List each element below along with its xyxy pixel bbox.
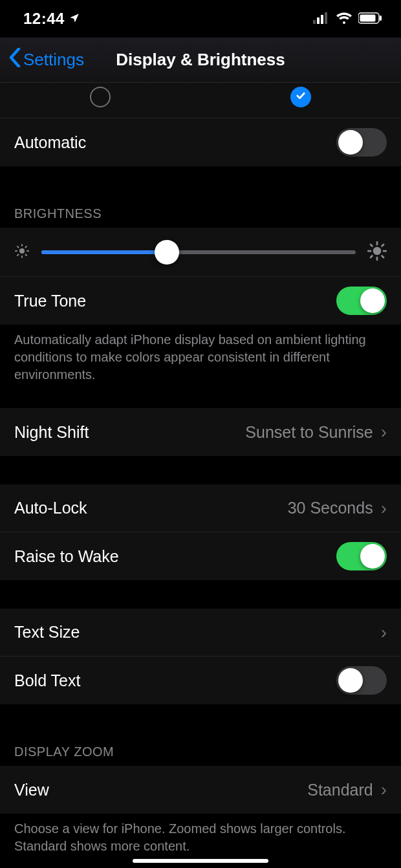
svg-point-7 <box>19 248 25 254</box>
night-shift-value: Sunset to Sunrise <box>245 423 373 442</box>
wifi-icon <box>336 10 352 28</box>
back-button[interactable]: Settings <box>0 48 84 72</box>
brightness-slider-row <box>0 228 401 277</box>
nav-header: Settings Display & Brightness <box>0 38 401 83</box>
raise-to-wake-label: Raise to Wake <box>14 547 119 566</box>
display-zoom-header: DISPLAY ZOOM <box>0 733 401 766</box>
chevron-right-icon: › <box>381 498 387 519</box>
brightness-low-icon <box>14 243 30 261</box>
location-icon <box>69 10 80 28</box>
text-size-label: Text Size <box>14 623 80 642</box>
brightness-header: BRIGHTNESS <box>0 195 401 228</box>
appearance-radio-row <box>0 83 401 118</box>
true-tone-row: True Tone <box>0 277 401 325</box>
bold-text-row: Bold Text <box>0 656 401 704</box>
display-zoom-view-row[interactable]: View Standard › <box>0 766 401 814</box>
bold-text-label: Bold Text <box>14 671 80 690</box>
raise-to-wake-row: Raise to Wake <box>0 532 401 580</box>
auto-lock-value: 30 Seconds <box>288 499 373 517</box>
svg-rect-3 <box>325 12 327 24</box>
automatic-row: Automatic <box>0 118 401 166</box>
chevron-right-icon: › <box>381 422 387 442</box>
bold-text-toggle[interactable] <box>336 666 387 695</box>
svg-rect-0 <box>313 20 316 24</box>
auto-lock-label: Auto-Lock <box>14 499 87 517</box>
brightness-high-icon <box>367 241 387 263</box>
brightness-slider[interactable] <box>41 250 356 254</box>
night-shift-row[interactable]: Night Shift Sunset to Sunrise › <box>0 408 401 456</box>
svg-point-16 <box>373 246 382 255</box>
back-label: Settings <box>23 50 84 70</box>
night-shift-label: Night Shift <box>14 423 89 442</box>
home-indicator[interactable] <box>133 859 268 863</box>
svg-line-24 <box>382 244 384 246</box>
svg-line-12 <box>17 246 19 248</box>
svg-line-13 <box>26 254 27 255</box>
svg-line-22 <box>382 255 384 257</box>
checkmark-icon <box>295 90 307 104</box>
auto-lock-row[interactable]: Auto-Lock 30 Seconds › <box>0 484 401 532</box>
true-tone-footer: Automatically adapt iPhone display based… <box>0 325 401 395</box>
text-size-row[interactable]: Text Size › <box>0 609 401 656</box>
appearance-light-radio[interactable] <box>90 87 111 107</box>
raise-to-wake-toggle[interactable] <box>336 542 387 570</box>
svg-line-21 <box>371 244 373 246</box>
appearance-dark-radio[interactable] <box>290 87 311 107</box>
status-time: 12:44 <box>23 10 65 28</box>
true-tone-label: True Tone <box>14 292 86 310</box>
svg-rect-1 <box>317 17 320 24</box>
svg-line-14 <box>17 254 19 255</box>
automatic-label: Automatic <box>14 133 86 152</box>
automatic-toggle[interactable] <box>336 128 387 157</box>
display-zoom-view-value: Standard <box>307 781 373 799</box>
true-tone-toggle[interactable] <box>336 287 387 315</box>
chevron-left-icon <box>9 48 21 72</box>
svg-rect-2 <box>321 15 323 24</box>
chevron-right-icon: › <box>381 779 387 800</box>
svg-rect-6 <box>380 16 382 21</box>
svg-rect-5 <box>360 15 376 22</box>
svg-line-15 <box>26 246 27 248</box>
chevron-right-icon: › <box>381 622 387 643</box>
page-title: Display & Brightness <box>116 50 285 70</box>
display-zoom-view-label: View <box>14 781 49 799</box>
status-bar: 12:44 <box>0 0 401 38</box>
svg-line-23 <box>371 255 373 257</box>
cellular-icon <box>313 10 330 28</box>
content: Automatic BRIGHTNESS <box>0 83 401 867</box>
battery-icon <box>358 10 383 28</box>
